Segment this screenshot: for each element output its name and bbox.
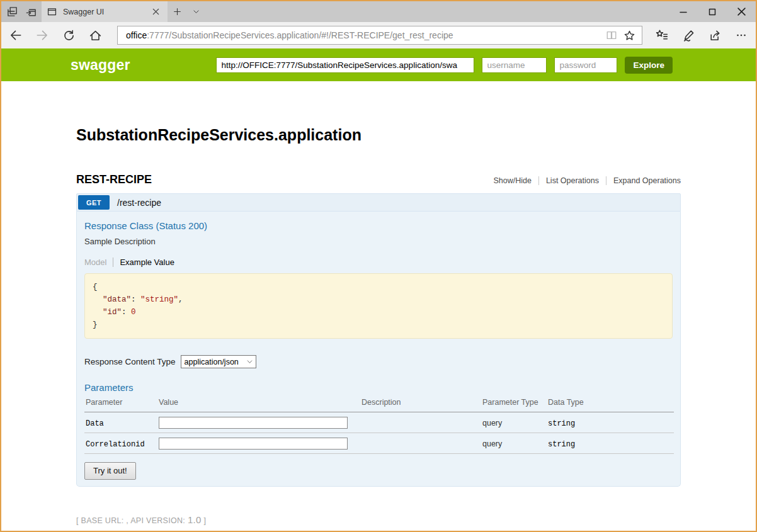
web-note-button[interactable]: [675, 23, 702, 47]
close-tab-button[interactable]: [149, 5, 162, 19]
param-name: Data: [86, 419, 104, 428]
new-tab-button[interactable]: [168, 1, 186, 22]
chevron-down-icon: [246, 358, 253, 365]
hub-icon: [655, 28, 669, 42]
table-row: Correlationid query string: [84, 433, 674, 454]
resource-links: Show/Hide List Operations Expand Operati…: [486, 176, 681, 185]
share-icon: [709, 29, 722, 42]
response-content-type-label: Response Content Type: [84, 357, 176, 366]
param-data-value-input[interactable]: [159, 417, 348, 429]
tabs-youve-set-aside-button[interactable]: [21, 1, 40, 22]
tab-title: Swagger UI: [63, 8, 149, 16]
forward-arrow-icon: [35, 28, 49, 42]
json-comma: ,: [178, 295, 183, 304]
show-hide-link[interactable]: Show/Hide: [486, 176, 538, 185]
reading-view-icon: [606, 30, 617, 41]
back-button[interactable]: [3, 23, 29, 47]
json-close-brace: }: [93, 320, 98, 329]
restore-tabs-icon: [25, 6, 37, 18]
url-text: office:7777/SubstationRecipeServices.app…: [126, 30, 603, 40]
list-operations-link[interactable]: List Operations: [538, 176, 606, 185]
home-button[interactable]: [82, 23, 108, 47]
col-data-type: Data Type: [547, 398, 674, 412]
page-favicon-icon: [47, 6, 57, 17]
col-parameter-type: Parameter Type: [481, 398, 547, 412]
browser-toolbar: office:7777/SubstationRecipeServices.app…: [1, 22, 756, 48]
response-content-type-select[interactable]: application/json: [181, 355, 256, 368]
try-it-out-button[interactable]: Try it out!: [84, 462, 136, 480]
hub-button[interactable]: [649, 23, 675, 47]
favorite-button[interactable]: [620, 27, 638, 43]
plus-icon: [173, 7, 182, 16]
username-input[interactable]: [482, 57, 547, 73]
param-type: query: [482, 419, 502, 427]
http-method-badge[interactable]: GET: [78, 195, 110, 210]
col-value: Value: [157, 398, 360, 412]
table-row: Data query string: [84, 412, 674, 433]
address-bar[interactable]: office:7777/SubstationRecipeServices.app…: [117, 26, 642, 45]
json-key-data: "data": [103, 295, 131, 304]
swagger-header: swagger Explore: [1, 48, 756, 81]
selected-content-type: application/json: [185, 358, 239, 366]
chevron-down-icon: [192, 8, 200, 16]
minimize-icon: [680, 8, 687, 16]
star-icon: [623, 30, 635, 42]
minimize-button[interactable]: [669, 1, 698, 22]
explore-button[interactable]: Explore: [625, 57, 673, 74]
response-content-type-row: Response Content Type application/json: [84, 355, 673, 368]
close-window-button[interactable]: [727, 1, 756, 22]
reading-view-button: [603, 27, 620, 43]
operation-content: Response Class (Status 200) Sample Descr…: [76, 212, 681, 487]
refresh-button[interactable]: [55, 23, 82, 47]
api-version: 1.0: [188, 514, 202, 525]
tab-model[interactable]: Model: [84, 258, 113, 267]
response-description: Sample Description: [84, 237, 673, 246]
json-colon: :: [131, 295, 140, 304]
forward-button: [29, 23, 55, 47]
page-title: SubstationRecipeServices.application: [76, 126, 681, 144]
response-class-heading: Response Class (Status 200): [84, 220, 673, 231]
json-key-id: "id": [103, 308, 122, 317]
operation-path[interactable]: /rest-recipe: [117, 198, 161, 208]
parameters-table: Parameter Value Description Parameter Ty…: [84, 398, 674, 454]
swagger-header-controls: Explore: [216, 57, 673, 74]
refresh-icon: [62, 29, 76, 42]
url-host: office: [126, 30, 147, 40]
more-button[interactable]: [728, 23, 754, 47]
expand-operations-link[interactable]: Expand Operations: [606, 176, 681, 185]
browser-tab[interactable]: Swagger UI: [42, 1, 168, 22]
tab-bar: Swagger UI: [1, 1, 756, 22]
api-url-input[interactable]: [216, 57, 474, 73]
tab-actions: [1, 1, 42, 22]
param-name: Correlationid: [86, 440, 145, 449]
back-arrow-icon: [9, 28, 23, 42]
parameters-heading: Parameters: [84, 382, 673, 393]
swagger-page: SubstationRecipeServices.application RES…: [1, 81, 756, 531]
maximize-icon: [709, 8, 716, 16]
footer-suffix: ]: [202, 516, 207, 525]
tab-example-value[interactable]: Example Value: [113, 258, 174, 267]
window-controls: [669, 1, 756, 22]
param-type: query: [482, 439, 502, 448]
share-button[interactable]: [702, 23, 728, 47]
maximize-button[interactable]: [698, 1, 727, 22]
signature-tabs: Model Example Value: [84, 258, 673, 267]
password-input[interactable]: [554, 57, 617, 73]
pen-icon: [682, 29, 695, 42]
base-url-footer: [ BASE URL: , API VERSION: 1.0 ]: [76, 514, 681, 525]
ellipsis-icon: [735, 29, 748, 42]
tab-extra-buttons: [168, 1, 205, 22]
param-correlationid-value-input[interactable]: [159, 438, 348, 450]
param-data-type: string: [548, 440, 575, 449]
get-operation: GET /rest-recipe Response Class (Status …: [76, 193, 681, 487]
tabbar-spacer: [205, 1, 669, 22]
json-colon: :: [122, 308, 131, 317]
close-icon: [152, 8, 159, 15]
footer-prefix: [ BASE URL: , API VERSION:: [76, 516, 188, 525]
tab-preview-toggle-button[interactable]: [186, 1, 205, 22]
json-open-brace: {: [93, 283, 98, 291]
set-tabs-aside-button[interactable]: [3, 1, 21, 22]
close-icon: [737, 8, 746, 16]
operation-heading[interactable]: GET /rest-recipe: [76, 193, 681, 212]
resource-title: REST-RECIPE: [76, 173, 152, 186]
